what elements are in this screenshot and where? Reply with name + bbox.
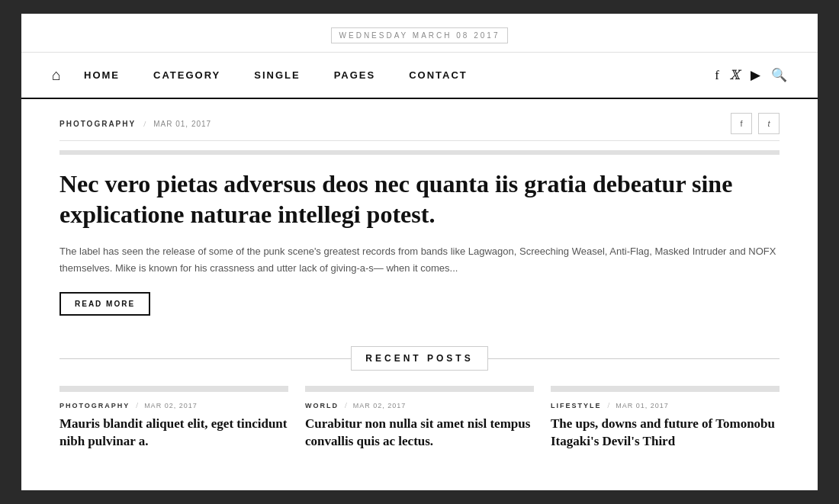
recent-post-date-1: MAR 02, 2017 <box>144 402 198 409</box>
recent-post-category-2: WORLD <box>305 402 339 409</box>
recent-post-meta-3: LIFESTYLE / MAR 01, 2017 <box>551 401 780 409</box>
recent-post-card-3: LIFESTYLE / MAR 01, 2017 The ups, downs … <box>551 386 780 451</box>
nav-contact-link[interactable]: CONTACT <box>392 53 484 98</box>
post-meta-bar: PHOTOGRAPHY / MAR 01, 2017 f t <box>59 99 780 141</box>
post-twitter-icon[interactable]: t <box>758 113 780 134</box>
post-category: PHOTOGRAPHY <box>59 120 136 128</box>
recent-posts-header: RECENT POSTS <box>59 346 780 371</box>
date-text: WEDNESDAY MARCH 08 2017 <box>331 27 509 43</box>
search-nav-icon[interactable]: 🔍 <box>771 67 787 83</box>
recent-post-title-3[interactable]: The ups, downs and future of Tomonobu It… <box>551 416 780 451</box>
nav-category-link[interactable]: CATEGORY <box>137 53 237 98</box>
recent-post-title-2[interactable]: Curabitur non nulla sit amet nisl tempus… <box>305 416 534 451</box>
post-title: Nec vero pietas adversus deos nec quanta… <box>59 169 780 230</box>
read-more-button[interactable]: READ MORE <box>59 292 150 316</box>
post-date: MAR 01, 2017 <box>153 120 211 128</box>
recent-posts-section: RECENT POSTS PHOTOGRAPHY / MAR 02, 2017 … <box>59 346 780 451</box>
recent-posts-grid: PHOTOGRAPHY / MAR 02, 2017 Mauris blandi… <box>59 386 780 451</box>
recent-post-category-3: LIFESTYLE <box>551 402 602 409</box>
hero-image-placeholder <box>59 150 780 155</box>
recent-post-image-1 <box>59 386 288 392</box>
recent-post-sep-1: / <box>136 401 138 409</box>
home-icon[interactable]: ⌂ <box>52 66 61 84</box>
recent-post-date-2: MAR 02, 2017 <box>353 402 407 409</box>
recent-post-date-3: MAR 01, 2017 <box>616 402 669 409</box>
recent-post-title-1[interactable]: Mauris blandit aliquet elit, eget tincid… <box>59 416 288 451</box>
recent-post-meta-2: WORLD / MAR 02, 2017 <box>305 401 534 409</box>
recent-post-card-1: PHOTOGRAPHY / MAR 02, 2017 Mauris blandi… <box>59 386 288 451</box>
post-excerpt: The label has seen the release of some o… <box>59 243 780 277</box>
nav-links: ⌂ HOME CATEGORY SINGLE PAGES CONTACT <box>52 53 715 98</box>
nav-pages-link[interactable]: PAGES <box>317 53 393 98</box>
hero-post: PHOTOGRAPHY / MAR 01, 2017 f t Nec vero … <box>59 99 780 339</box>
recent-posts-line-right <box>488 358 780 359</box>
post-facebook-icon[interactable]: f <box>731 113 752 134</box>
recent-posts-line-left <box>59 358 351 359</box>
post-meta-left: PHOTOGRAPHY / MAR 01, 2017 <box>59 119 211 128</box>
recent-post-sep-2: / <box>345 401 347 409</box>
twitter-nav-icon[interactable]: 𝕏 <box>730 67 740 83</box>
nav-social-icons: f 𝕏 ▶ 🔍 <box>715 67 787 83</box>
recent-post-image-2 <box>305 386 534 392</box>
date-bar: WEDNESDAY MARCH 08 2017 <box>21 14 818 53</box>
nav-home-link[interactable]: HOME <box>67 53 137 98</box>
nav-bar: ⌂ HOME CATEGORY SINGLE PAGES CONTACT f 𝕏… <box>21 53 818 99</box>
youtube-nav-icon[interactable]: ▶ <box>751 67 760 83</box>
main-content: PHOTOGRAPHY / MAR 01, 2017 f t Nec vero … <box>21 99 818 451</box>
page-wrapper: WEDNESDAY MARCH 08 2017 ⌂ HOME CATEGORY … <box>21 14 818 490</box>
recent-posts-title: RECENT POSTS <box>351 346 487 371</box>
facebook-nav-icon[interactable]: f <box>715 68 719 83</box>
recent-post-card-2: WORLD / MAR 02, 2017 Curabitur non nulla… <box>305 386 534 451</box>
recent-post-category-1: PHOTOGRAPHY <box>59 402 130 409</box>
recent-post-meta-1: PHOTOGRAPHY / MAR 02, 2017 <box>59 401 288 409</box>
nav-single-link[interactable]: SINGLE <box>237 53 317 98</box>
recent-post-image-3 <box>551 386 780 392</box>
post-meta-sep: / <box>143 119 146 128</box>
post-social-icons: f t <box>731 113 780 134</box>
recent-post-sep-3: / <box>608 401 610 409</box>
